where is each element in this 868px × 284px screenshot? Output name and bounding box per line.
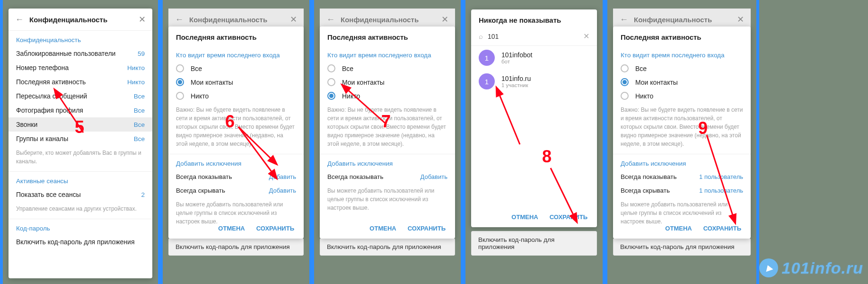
section-who-sees: Кто видит время последнего входа (320, 46, 455, 62)
back-icon[interactable]: ← (326, 15, 335, 25)
close-icon[interactable]: ✕ (441, 14, 448, 25)
panel-last-activity-3: ← Конфиденциальность ✕ Последняя активно… (607, 0, 756, 284)
page-title: Конфиденциальность (29, 16, 139, 24)
back-icon[interactable]: ← (15, 15, 24, 25)
section-who-sees: Кто видит время последнего входа (613, 46, 751, 62)
row-blocked-users[interactable]: Заблокированные пользователи59 (9, 46, 152, 61)
dialog-title: Никогда не показывать (471, 9, 597, 29)
radio-icon (621, 92, 629, 100)
save-button[interactable]: СОХРАНИТЬ (256, 225, 294, 232)
row-show-sessions[interactable]: Показать все сеансы2 (9, 187, 152, 202)
result-bot[interactable]: 1 101infobotбот (471, 46, 597, 70)
annotation-8: 8 (542, 147, 552, 167)
hint-groups: Выберите, кто может добавлять Вас в груп… (9, 146, 152, 172)
search-row: ⌕ ✕ (471, 29, 597, 46)
radio-icon (327, 92, 335, 100)
dialog-title: Последняя активность (168, 27, 304, 46)
section-privacy: Конфиденциальность (9, 31, 152, 46)
clear-icon[interactable]: ✕ (583, 32, 589, 41)
radio-icon (327, 64, 335, 72)
behind-row[interactable]: Включить код-пароль для приложения (613, 238, 751, 256)
cancel-button[interactable]: ОТМЕНА (369, 225, 396, 232)
close-icon[interactable]: ✕ (737, 14, 744, 25)
svg-line-4 (497, 88, 520, 144)
cancel-button[interactable]: ОТМЕНА (218, 225, 245, 232)
radio-icon (176, 64, 184, 72)
header: ← Конфиденциальность ✕ (9, 9, 152, 31)
radio-nobody[interactable]: Никто (613, 89, 751, 103)
row-always-show[interactable]: Всегда показыватьДобавить (320, 170, 455, 184)
section-passcode: Код-пароль (9, 219, 152, 235)
result-group[interactable]: 1 101info.ru1 участник (471, 70, 597, 93)
radio-icon (327, 78, 335, 86)
close-icon[interactable]: ✕ (139, 14, 146, 25)
svg-line-2 (238, 127, 276, 178)
behind-row[interactable]: Включить код-пароль для приложения (168, 238, 304, 256)
avatar: 1 (479, 73, 495, 89)
row-enable-passcode[interactable]: Включить код-пароль для приложения (9, 235, 152, 249)
radio-everybody[interactable]: Все (320, 62, 455, 75)
hint-sessions: Управление сеансами на других устройства… (9, 202, 152, 219)
radio-icon (621, 78, 629, 86)
behind-row[interactable]: Включить код-пароль для приложения (320, 238, 455, 256)
radio-icon (621, 64, 629, 72)
back-icon[interactable]: ← (175, 15, 184, 25)
close-icon[interactable]: ✕ (290, 14, 297, 25)
annotation-9: 9 (698, 118, 708, 138)
row-phone[interactable]: Номер телефонаНикто (9, 61, 152, 75)
save-button[interactable]: СОХРАНИТЬ (408, 225, 446, 232)
hint-exceptions: Вы можете добавить пользователей или цел… (320, 184, 455, 218)
section-who-sees: Кто видит время последнего входа (168, 46, 304, 62)
dialog-title: Последняя активность (613, 27, 751, 46)
annotation-5: 5 (75, 117, 84, 137)
avatar: 1 (479, 50, 495, 66)
search-icon: ⌕ (479, 32, 483, 40)
panel-never-show: Никогда не показывать ⌕ ✕ 1 101infobotбо… (465, 0, 603, 284)
annotation-7: 7 (381, 112, 391, 132)
svg-line-6 (707, 135, 735, 222)
panel-last-activity-2: ← Конфиденциальность ✕ Последняя активно… (314, 0, 461, 284)
svg-line-3 (342, 85, 385, 123)
back-icon[interactable]: ← (620, 15, 628, 25)
radio-contacts[interactable]: Мои контакты (168, 75, 304, 89)
radio-icon (176, 78, 184, 86)
annotation-6: 6 (225, 112, 235, 132)
radio-everybody[interactable]: Все (168, 62, 304, 75)
paper-plane-icon (759, 258, 778, 277)
panel-last-activity-1: ← Конфиденциальность ✕ Последняя активно… (163, 0, 309, 284)
behind-row[interactable]: Включить код-пароль для приложения (471, 231, 597, 256)
radio-nobody[interactable]: Никто (168, 89, 304, 103)
cancel-button[interactable]: ОТМЕНА (511, 213, 538, 221)
section-sessions: Активные сеансы (9, 172, 152, 187)
cancel-button[interactable]: ОТМЕНА (665, 225, 692, 232)
dialog-title: Последняя активность (320, 27, 455, 46)
radio-icon (176, 92, 184, 100)
svg-line-5 (551, 168, 577, 222)
search-input[interactable] (488, 33, 583, 40)
section-exceptions: Добавить исключения (320, 154, 455, 170)
radio-contacts[interactable]: Мои контакты (613, 75, 751, 89)
radio-everybody[interactable]: Все (613, 62, 751, 75)
watermark: 101info.ru (759, 258, 863, 277)
panel-privacy-settings: ← Конфиденциальность ✕ Конфиденциальност… (3, 0, 158, 284)
